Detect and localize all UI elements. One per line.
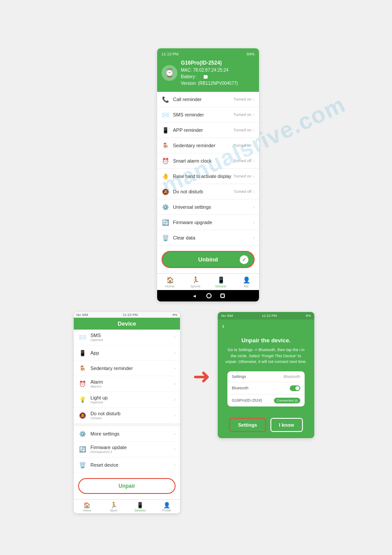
menu-item-do-not-disturb[interactable]: 🔕 Do not disturb Turned off › <box>157 184 259 200</box>
bl-nav-home[interactable]: 🏠 Home <box>74 500 101 513</box>
menu-item-firmware-upgrade[interactable]: 🔄 Firmware upgrade › <box>157 215 259 230</box>
home-icon: 🏠 <box>166 276 174 283</box>
br-status-bar: No SIM 11:22 PM 6% <box>218 312 314 319</box>
raise-hand-label: Raise hand to activate display <box>173 174 234 179</box>
device-version: Version: (RB112NPV004577) <box>181 80 238 87</box>
bl-item-more-settings[interactable]: ⚙️ More settings › <box>74 426 180 442</box>
br-settings-label-1: Settings <box>232 374 246 379</box>
menu-item-sedentary-reminder[interactable]: 🪑 Sedentary reminder Turned on › <box>157 138 259 153</box>
bl-item-lightup[interactable]: 💡 Light up Opened › <box>74 392 180 408</box>
sms-reminder-chevron: › <box>253 112 255 117</box>
bl-item-reset-device[interactable]: 🗑️ Reset device › <box>74 457 180 473</box>
call-reminder-label: Call reminder <box>173 97 234 102</box>
bl-item-alarm[interactable]: ⏰ Alarm Alarm1 › <box>74 376 180 392</box>
bl-donotdisturb-icon: 🔕 <box>78 411 87 420</box>
right-arrow-icon: ➜ <box>193 366 210 387</box>
sports-icon: 🏃 <box>192 276 199 283</box>
battery-bar-icon <box>197 75 208 79</box>
bl-sms-title: SMS <box>90 333 174 338</box>
menu-item-raise-hand[interactable]: 🤚 Raise hand to activate display Turned … <box>157 169 259 184</box>
firmware-upgrade-label: Firmware upgrade <box>173 220 253 225</box>
sedentary-reminder-label: Sedentary reminder <box>173 143 234 148</box>
universal-settings-label: Universal settings <box>173 204 253 210</box>
br-settings-row-1: Settings Bluetooth <box>227 371 305 382</box>
menu-item-call-reminder[interactable]: 📞 Call reminder Turned on › <box>157 92 259 107</box>
app-reminder-chevron: › <box>253 128 255 133</box>
menu-item-smart-alarm[interactable]: ⏰ Smart alarm clock Turned off › <box>157 153 259 169</box>
bl-sedentary-content: Sedentary reminder <box>90 366 174 371</box>
bl-firmware-update-sub: FirmwareV0.1 <box>90 450 174 454</box>
br-settings-card: Settings Bluetooth Bluetooth G16Pro(ID-2… <box>227 371 305 406</box>
br-carrier: No SIM <box>221 314 233 318</box>
bl-item-sms[interactable]: ✉️ SMS Opened › <box>74 330 180 345</box>
bl-item-app[interactable]: 📱 App › <box>74 345 180 361</box>
call-reminder-status: Turned on <box>234 97 252 102</box>
bottom-right-phone: No SIM 11:22 PM 6% ‹ Unpair the device. … <box>218 312 314 438</box>
menu-item-app-reminder[interactable]: 📱 APP reminder Turned on › <box>157 123 259 138</box>
menu-item-sms-reminder[interactable]: ✉️ SMS reminder Turned on › <box>157 107 259 123</box>
do-not-disturb-chevron: › <box>253 189 255 194</box>
android-recents-btn[interactable] <box>220 294 225 298</box>
unpair-section: Unpair <box>74 473 180 499</box>
bl-nav-sport[interactable]: 🏃 Sport <box>101 500 127 513</box>
bl-nav-profile-label: Profile <box>162 509 171 512</box>
bl-more-settings-title: More settings <box>90 431 174 436</box>
nav-sports-label: Sports <box>190 284 200 288</box>
bl-lightup-icon: 💡 <box>78 395 87 404</box>
phone-top-header: 11:13 PM 84% ⌚ G16Pro(ID-2524) MAC: 78:0… <box>157 48 259 92</box>
bl-sms-content: SMS Opened <box>90 333 174 342</box>
bl-menu: ✉️ SMS Opened › 📱 App › 🪑 Sedentary remi… <box>74 330 180 513</box>
br-device-label: G16Pro(ID-2524) <box>232 398 262 403</box>
bl-nav-profile[interactable]: 👤 Profile <box>154 500 180 513</box>
bl-lightup-title: Light up <box>90 395 174 400</box>
bl-firmware-update-content: Firmware update FirmwareV0.1 <box>90 445 174 454</box>
menu-item-clear-data[interactable]: 🗑️ Clear data › <box>157 230 259 246</box>
smart-alarm-status: Turned off <box>234 159 252 163</box>
device-icon: ⌚ <box>162 65 177 81</box>
bl-app-content: App <box>90 350 174 355</box>
bl-battery: 4% <box>172 313 177 317</box>
bl-lightup-content: Light up Opened <box>90 395 174 404</box>
clear-data-chevron: › <box>253 236 255 240</box>
direction-arrow: ➜ <box>190 365 213 388</box>
smart-alarm-label: Smart alarm clock <box>173 158 234 163</box>
unpair-button[interactable]: Unpair <box>78 478 176 494</box>
bl-status-bar: No SIM 11:22 PM 4% <box>74 312 180 318</box>
raise-hand-status: Turned on <box>234 174 252 178</box>
br-iknow-button[interactable]: I know <box>270 418 303 432</box>
device-icon-nav: 📱 <box>217 276 225 283</box>
me-icon: 👤 <box>243 276 250 283</box>
menu-item-universal-settings[interactable]: ⚙️ Universal settings › <box>157 200 259 215</box>
nav-sports[interactable]: 🏃 Sports <box>183 274 208 290</box>
nav-home[interactable]: 🏠 Home <box>157 274 183 290</box>
nav-me[interactable]: 👤 Me <box>234 274 259 290</box>
nav-device-label: Device <box>216 284 226 288</box>
bl-nav-home-label: Home <box>83 509 91 512</box>
sedentary-reminder-chevron: › <box>253 143 255 148</box>
bl-header: Device <box>74 318 180 330</box>
status-time: 11:13 PM <box>162 52 179 56</box>
universal-settings-icon: ⚙️ <box>162 203 169 211</box>
call-reminder-icon: 📞 <box>162 95 169 103</box>
unbind-section: Unbind ✓ <box>157 246 259 273</box>
bl-home-icon: 🏠 <box>83 502 90 508</box>
android-back-btn[interactable]: ◄ <box>191 293 198 299</box>
sms-reminder-icon: ✉️ <box>162 111 169 119</box>
bl-alarm-chevron: › <box>174 381 176 386</box>
bl-nav-devices[interactable]: 📱 Devices <box>127 500 154 513</box>
br-back-button[interactable]: ‹ <box>218 319 314 333</box>
device-mac: MAC: 78:02:87:24:25:24 <box>181 67 238 73</box>
sedentary-reminder-icon: 🪑 <box>162 141 169 149</box>
bluetooth-toggle[interactable] <box>290 385 300 391</box>
bl-reset-device-title: Reset device <box>90 462 174 468</box>
call-reminder-chevron: › <box>253 97 255 102</box>
android-home-btn[interactable] <box>206 293 212 298</box>
bl-item-sedentary[interactable]: 🪑 Sedentary reminder › <box>74 361 180 376</box>
unbind-button[interactable]: Unbind ✓ <box>162 251 255 268</box>
br-settings-button[interactable]: Settings <box>229 418 266 432</box>
bl-item-firmware-update[interactable]: 🔄 Firmware update FirmwareV0.1 › <box>74 442 180 457</box>
bl-item-donotdisturb[interactable]: 🔕 Do not disturb Closed › <box>74 408 180 424</box>
nav-device[interactable]: 📱 Device <box>208 274 234 290</box>
bl-more-settings-icon: ⚙️ <box>78 429 87 438</box>
clear-data-label: Clear data <box>173 235 253 240</box>
